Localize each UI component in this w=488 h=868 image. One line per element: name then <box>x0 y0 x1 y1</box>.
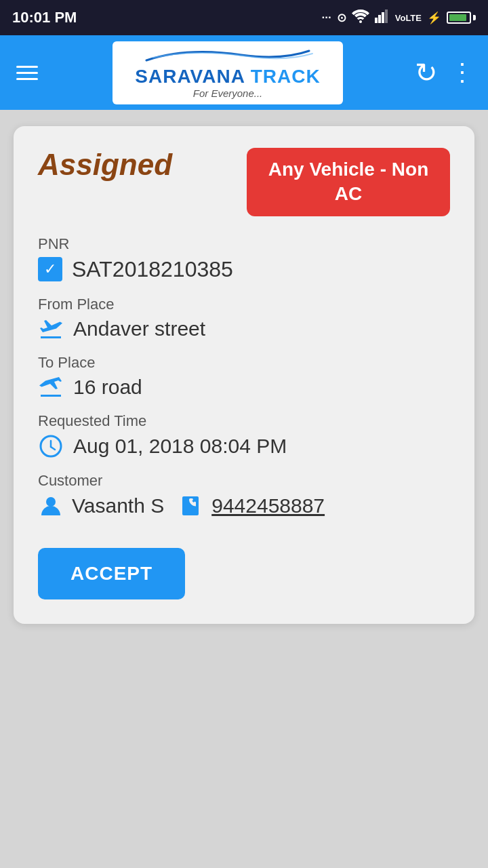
more-options-button[interactable]: ⋮ <box>447 58 477 87</box>
signal-icon <box>375 9 390 26</box>
toolbar-actions: ↻ ⋮ <box>412 56 477 89</box>
phone-icon <box>178 495 203 517</box>
assigned-label: Assigned <box>38 148 172 182</box>
dots-icon: ··· <box>322 11 331 24</box>
card-header-row: Assigned Any Vehicle - Non AC <box>38 148 450 216</box>
svg-rect-1 <box>375 18 378 23</box>
person-icon <box>38 494 64 518</box>
requested-time-value: Aug 01, 2018 08:04 PM <box>73 435 287 458</box>
pnr-check-icon: ✓ <box>38 257 62 281</box>
to-value: 16 road <box>73 376 142 399</box>
app-name: SARAVANA TRACK <box>135 66 320 87</box>
booking-card: Assigned Any Vehicle - Non AC PNR ✓ SAT2… <box>14 126 474 624</box>
customer-name: Vasanth S <box>72 494 164 517</box>
requested-time-label: Requested Time <box>38 412 450 430</box>
status-time: 10:01 PM <box>12 9 77 26</box>
refresh-button[interactable]: ↻ <box>412 56 441 89</box>
svg-point-0 <box>359 20 362 23</box>
accept-button[interactable]: ACCEPT <box>38 548 185 599</box>
charging-icon: ⚡ <box>427 11 441 25</box>
pnr-value: SAT2018210385 <box>72 257 233 282</box>
requested-time-value-row: Aug 01, 2018 08:04 PM <box>38 434 450 458</box>
from-value-row: Andaver street <box>38 317 450 340</box>
svg-rect-2 <box>378 15 381 23</box>
customer-row: Vasanth S 9442458887 <box>38 494 450 521</box>
toolbar: SARAVANA TRACK For Everyone... ↻ ⋮ <box>0 35 488 110</box>
wifi-icon <box>352 9 369 26</box>
from-place-section: From Place Andaver street <box>38 296 450 340</box>
app-logo: SARAVANA TRACK For Everyone... <box>50 41 405 104</box>
pnr-value-row: ✓ SAT2018210385 <box>38 257 450 282</box>
pnr-label: PNR <box>38 235 450 253</box>
plane-landing-icon <box>38 376 64 399</box>
clock-icon <box>38 434 64 458</box>
status-icons: ··· ⊙ VoLTE ⚡ <box>322 9 476 26</box>
svg-rect-4 <box>385 9 388 23</box>
customer-phone: 9442458887 <box>211 494 325 517</box>
menu-button[interactable] <box>11 60 43 85</box>
battery-icon <box>447 12 476 24</box>
svg-rect-3 <box>382 12 384 23</box>
pnr-section: PNR ✓ SAT2018210385 <box>38 235 450 282</box>
from-label: From Place <box>38 296 450 313</box>
from-value: Andaver street <box>73 317 205 340</box>
to-label: To Place <box>38 354 450 372</box>
customer-label: Customer <box>38 472 450 490</box>
customer-name-row: Vasanth S <box>38 494 164 518</box>
customer-phone-row: 9442458887 <box>178 494 325 517</box>
volte-icon: VoLTE <box>395 13 422 23</box>
plane-takeoff-icon <box>38 317 64 340</box>
main-content: Assigned Any Vehicle - Non AC PNR ✓ SAT2… <box>0 110 488 868</box>
svg-point-8 <box>46 497 56 507</box>
to-place-section: To Place 16 road <box>38 354 450 399</box>
svg-line-7 <box>51 447 55 450</box>
vehicle-badge: Any Vehicle - Non AC <box>247 148 450 216</box>
customer-section: Customer Vasanth S <box>38 472 450 521</box>
status-bar: 10:01 PM ··· ⊙ VoLTE ⚡ <box>0 0 488 35</box>
requested-time-section: Requested Time Aug 01, 2018 08:04 PM <box>38 412 450 458</box>
cast-icon: ⊙ <box>337 11 346 25</box>
to-value-row: 16 road <box>38 376 450 399</box>
app-tagline: For Everyone... <box>193 87 263 99</box>
